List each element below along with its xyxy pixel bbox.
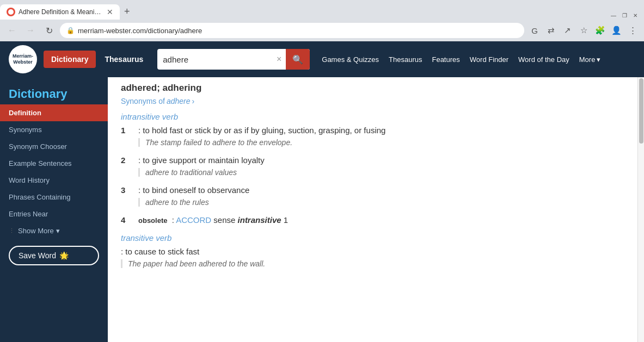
definition-1: 1 : to hold fast or stick by or as if by… <box>121 126 624 147</box>
save-word-label: Save Word <box>19 251 56 260</box>
def-content-2: : to give support or maintain loyalty ad… <box>138 156 624 177</box>
search-clear-button[interactable]: × <box>272 54 286 64</box>
share-icon[interactable]: ↗ <box>560 23 574 38</box>
tab-bar: Adhere Definition & Meaning - M... ✕ + —… <box>0 0 644 20</box>
sidebar-item-entries-near[interactable]: Entries Near <box>0 206 108 222</box>
lock-icon: 🔒 <box>66 27 75 34</box>
translate-icon[interactable]: ⇄ <box>544 23 558 38</box>
sidebar-item-phrases-containing[interactable]: Phrases Containing <box>0 189 108 206</box>
save-word-icon: 🌟 <box>59 251 69 260</box>
nav-more-button[interactable]: More ▾ <box>579 55 601 64</box>
def-content-transitive: : to cause to stick fast The paper had b… <box>121 247 624 268</box>
search-box: × 🔍 <box>157 49 310 70</box>
nav-word-finder[interactable]: Word Finder <box>470 55 508 64</box>
search-button[interactable]: 🔍 <box>286 49 310 70</box>
def-example-italic: adhere <box>212 138 236 147</box>
example-sentences-label: Example Sentences <box>9 159 72 167</box>
definition-label: Definition <box>9 109 41 117</box>
minimize-button[interactable]: — <box>609 11 618 20</box>
show-more-bullets: ⋮ <box>9 227 15 234</box>
nav-features[interactable]: Features <box>432 55 459 64</box>
main-layout: Dictionary Definition Synonyms Synonym C… <box>0 77 644 342</box>
site-logo[interactable]: Merriam-Webster <box>9 45 37 73</box>
new-tab-button[interactable]: + <box>120 4 134 20</box>
def-number-4: 4 <box>121 215 132 225</box>
def-intransitive-italic: intransitive <box>238 215 281 225</box>
def-example-1: The stamp failed to adhere to the envelo… <box>138 138 624 147</box>
part-of-speech-intransitive: intransitive verb <box>121 112 624 121</box>
address-url: merriam-webster.com/dictionary/adhere <box>78 27 518 35</box>
def-example-italic-2: adhere <box>145 168 169 177</box>
menu-icon[interactable]: ⋮ <box>625 23 640 38</box>
def-number-3: 3 <box>121 185 132 195</box>
dictionary-tab[interactable]: Dictionary <box>44 51 96 68</box>
word-forms: adhered; adhering <box>121 83 624 94</box>
close-button[interactable]: ✕ <box>631 11 640 20</box>
def-content-3: : to bind oneself to observance adhere t… <box>138 185 624 207</box>
show-more-label: Show More <box>18 227 54 235</box>
nav-games-quizzes[interactable]: Games & Quizzes <box>322 55 379 64</box>
sidebar-item-synonym-chooser[interactable]: Synonym Chooser <box>0 138 108 155</box>
tab-close-button[interactable]: ✕ <box>107 8 113 16</box>
scrollbar-thumb[interactable] <box>639 78 643 144</box>
content-area: adhered; adhering Synonyms of adhere › i… <box>108 77 637 342</box>
site-header: Merriam-Webster Dictionary Thesaurus × 🔍… <box>0 41 644 77</box>
google-icon[interactable]: G <box>528 23 542 38</box>
thesaurus-tab[interactable]: Thesaurus <box>97 51 151 68</box>
def-adhered-italic: adhered <box>199 259 226 268</box>
def-example-3: adhere to the rules <box>138 198 624 207</box>
def-example-transitive: The paper had been adhered to the wall. <box>121 259 624 268</box>
definition-3: 3 : to bind oneself to observance adhere… <box>121 185 624 207</box>
nav-word-of-the-day[interactable]: Word of the Day <box>518 55 569 64</box>
back-button[interactable]: ← <box>4 23 20 38</box>
sidebar: Dictionary Definition Synonyms Synonym C… <box>0 77 108 342</box>
logo-text: Merriam-Webster <box>13 53 33 65</box>
definition-4: 4 obsolete : ACCORD sense intransitive 1 <box>121 215 624 225</box>
def-num: 1 <box>284 215 288 225</box>
sidebar-item-example-sentences[interactable]: Example Sentences <box>0 155 108 172</box>
definition-2: 2 : to give support or maintain loyalty … <box>121 156 624 177</box>
sidebar-title: Dictionary <box>0 83 108 104</box>
profile-icon[interactable]: 👤 <box>609 23 623 38</box>
sidebar-item-synonyms[interactable]: Synonyms <box>0 121 108 138</box>
browser-chrome: Adhere Definition & Meaning - M... ✕ + —… <box>0 0 644 41</box>
tab-title: Adhere Definition & Meaning - M... <box>19 8 103 16</box>
definition-transitive: : to cause to stick fast The paper had b… <box>121 247 624 268</box>
obsolete-badge: obsolete <box>138 216 167 225</box>
def-intransitive-bold: intransitive <box>238 215 281 225</box>
entries-near-label: Entries Near <box>9 210 48 218</box>
def-sense-text: sense <box>213 215 237 225</box>
tab-favicon <box>7 8 15 16</box>
bookmark-icon[interactable]: ☆ <box>576 23 591 38</box>
extension-icon[interactable]: 🧩 <box>593 23 607 38</box>
active-tab[interactable]: Adhere Definition & Meaning - M... ✕ <box>0 4 120 20</box>
address-bar-row: ← → ↻ 🔒 merriam-webster.com/dictionary/a… <box>0 20 644 41</box>
def-text-3: : to bind oneself to observance <box>138 185 624 195</box>
sidebar-item-definition[interactable]: Definition <box>0 104 108 121</box>
save-word-button[interactable]: Save Word 🌟 <box>9 246 99 265</box>
show-more-button[interactable]: ⋮ Show More ▾ <box>0 222 108 239</box>
maximize-button[interactable]: ❐ <box>620 11 629 20</box>
synonyms-link[interactable]: Synonyms of adhere › <box>121 97 624 105</box>
synonyms-link-word[interactable]: adhere <box>167 97 191 105</box>
search-input[interactable] <box>157 55 272 64</box>
def-number-2: 2 <box>121 156 132 165</box>
nav-thesaurus[interactable]: Thesaurus <box>389 55 422 64</box>
forward-button[interactable]: → <box>23 23 38 38</box>
window-controls: — ❐ ✕ <box>605 11 644 20</box>
header-nav-tabs: Dictionary Thesaurus <box>44 51 151 68</box>
part-of-speech-transitive: transitive verb <box>121 233 624 242</box>
def-text-transitive: : to cause to stick fast <box>121 247 624 256</box>
word-history-label: Word History <box>9 176 50 184</box>
scrollbar[interactable] <box>637 77 644 342</box>
accord-link[interactable]: ACCORD <box>176 215 211 225</box>
def-number-1: 1 <box>121 126 132 135</box>
refresh-button[interactable]: ↻ <box>41 23 57 38</box>
def-text-1: : to hold fast or stick by or as if by g… <box>138 126 624 135</box>
def-text-4: obsolete : ACCORD sense intransitive 1 <box>138 215 624 225</box>
address-bar[interactable]: 🔒 merriam-webster.com/dictionary/adhere <box>60 23 524 38</box>
synonym-chooser-label: Synonym Chooser <box>9 142 67 151</box>
def-text-2: : to give support or maintain loyalty <box>138 156 624 165</box>
def-content-1: : to hold fast or stick by or as if by g… <box>138 126 624 147</box>
sidebar-item-word-history[interactable]: Word History <box>0 172 108 189</box>
